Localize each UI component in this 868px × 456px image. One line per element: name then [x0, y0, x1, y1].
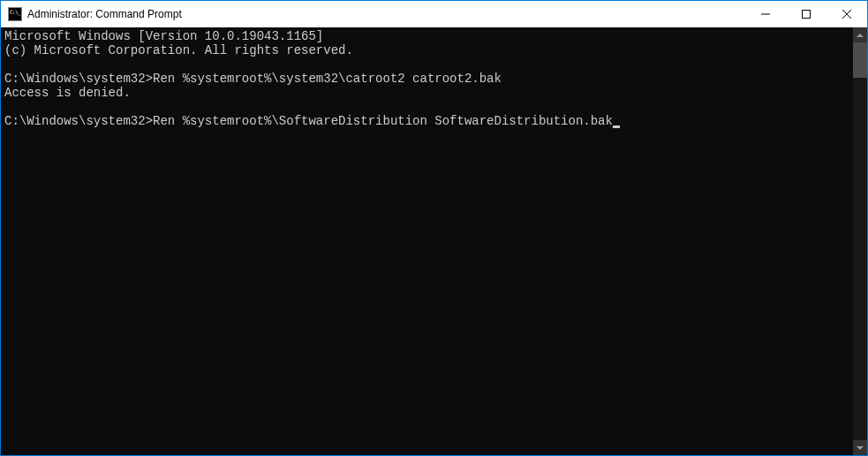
- scrollbar[interactable]: [853, 27, 867, 455]
- close-icon: [842, 10, 851, 19]
- terminal-output: Access is denied.: [4, 86, 131, 100]
- terminal[interactable]: Microsoft Windows [Version 10.0.19043.11…: [1, 27, 853, 455]
- terminal-command: Ren %systemroot%\system32\catroot2 catro…: [153, 72, 502, 86]
- client-area: Microsoft Windows [Version 10.0.19043.11…: [1, 27, 867, 455]
- terminal-line: (c) Microsoft Corporation. All rights re…: [4, 43, 353, 57]
- terminal-command: Ren %systemroot%\SoftwareDistribution So…: [153, 114, 613, 128]
- cmd-icon: [8, 7, 22, 21]
- window: Administrator: Command Prompt Microsoft …: [1, 1, 867, 455]
- scroll-up-button[interactable]: [853, 27, 867, 42]
- terminal-line: Microsoft Windows [Version 10.0.19043.11…: [4, 29, 323, 43]
- svg-rect-1: [803, 11, 811, 19]
- terminal-prompt: C:\Windows\system32>: [4, 72, 153, 86]
- svg-marker-4: [857, 34, 864, 37]
- minimize-icon: [761, 10, 770, 19]
- close-button[interactable]: [826, 1, 867, 27]
- scroll-thumb[interactable]: [853, 42, 867, 78]
- maximize-button[interactable]: [786, 1, 826, 27]
- titlebar[interactable]: Administrator: Command Prompt: [1, 1, 867, 27]
- chevron-down-icon: [857, 446, 864, 450]
- maximize-icon: [802, 10, 811, 19]
- terminal-prompt: C:\Windows\system32>: [4, 114, 153, 128]
- window-controls: [745, 1, 867, 27]
- scroll-track[interactable]: [853, 42, 867, 440]
- scroll-down-button[interactable]: [853, 440, 867, 455]
- window-title: Administrator: Command Prompt: [27, 8, 745, 20]
- cursor: [613, 125, 620, 128]
- svg-marker-5: [857, 446, 864, 450]
- chevron-up-icon: [857, 34, 864, 37]
- minimize-button[interactable]: [745, 1, 786, 27]
